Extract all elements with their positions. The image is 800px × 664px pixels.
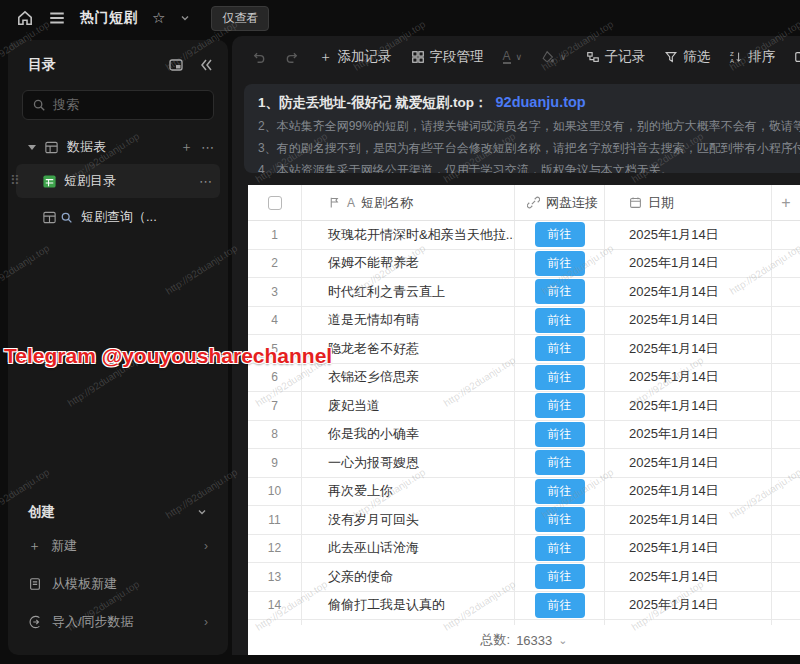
field-management-button[interactable]: 字段管理: [406, 44, 489, 70]
fields-icon: [411, 50, 425, 64]
table-row[interactable]: 12 此去巫山话沧海 前往 2025年1月14日: [248, 535, 800, 564]
more-icon[interactable]: ⋯: [199, 174, 212, 189]
cell-date[interactable]: 2025年1月14日: [605, 478, 772, 506]
cell-date[interactable]: 2025年1月14日: [605, 250, 772, 278]
sub-record-button[interactable]: 子记录: [581, 44, 651, 70]
cell-date[interactable]: 2025年1月14日: [605, 335, 772, 363]
go-button[interactable]: 前往: [535, 222, 585, 247]
table-row[interactable]: 6 衣锦还乡倍思亲 前往 2025年1月14日: [248, 364, 800, 393]
go-button[interactable]: 前往: [535, 308, 585, 333]
cell-drama-name[interactable]: 玫瑰花开情深时&相亲当天他拉...: [302, 221, 515, 249]
cell-drama-name[interactable]: 隐龙老爸不好惹: [302, 335, 515, 363]
cell-date[interactable]: 2025年1月14日: [605, 506, 772, 534]
go-button[interactable]: 前往: [535, 251, 585, 276]
column-header-date[interactable]: 日期: [648, 194, 674, 212]
go-button[interactable]: 前往: [535, 536, 585, 561]
go-button[interactable]: 前往: [535, 393, 585, 418]
table-row[interactable]: 10 再次爱上你 前往 2025年1月14日: [248, 478, 800, 507]
more-icon[interactable]: ⋯: [201, 140, 214, 155]
form-icon: [42, 210, 57, 225]
go-button[interactable]: 前往: [535, 336, 585, 361]
site-link[interactable]: 92duanju.top: [496, 94, 586, 110]
go-button[interactable]: 前往: [535, 479, 585, 504]
new-button[interactable]: ＋ 新建 ›: [22, 527, 214, 565]
sidebar-item-drama-query[interactable]: 短剧查询（...: [16, 200, 220, 234]
table-row[interactable]: 9 一心为报哥嫂恩 前往 2025年1月14日: [248, 449, 800, 478]
group-button[interactable]: 分组: [789, 44, 800, 70]
caret-down-icon[interactable]: [28, 145, 36, 150]
calendar-icon: [629, 196, 642, 209]
row-number: 8: [248, 421, 302, 449]
sort-button[interactable]: ZA 排序: [724, 44, 780, 70]
sidebar-item-datatables[interactable]: 数据表 ＋ ⋯: [8, 128, 228, 162]
menu-icon[interactable]: [48, 9, 66, 27]
cell-drama-name[interactable]: 你是我的小确幸: [302, 421, 515, 449]
cell-drama-name[interactable]: 时代红利之青云直上: [302, 278, 515, 306]
table-row[interactable]: 14 偷偷打工我是认真的 前往 2025年1月14日: [248, 592, 800, 621]
table-row[interactable]: 13 父亲的使命 前往 2025年1月14日: [248, 563, 800, 592]
cell-drama-name[interactable]: 父亲的使命: [302, 563, 515, 591]
collapse-sidebar-icon[interactable]: [198, 57, 214, 73]
sort-label: 排序: [748, 48, 775, 66]
cell-drama-name[interactable]: 此去巫山话沧海: [302, 535, 515, 563]
filter-button[interactable]: 筛选: [659, 44, 715, 70]
font-color-button[interactable]: A ∨: [498, 46, 528, 68]
column-header-link[interactable]: 网盘连接: [546, 194, 598, 212]
add-table-icon[interactable]: ＋: [180, 138, 193, 156]
drag-handle-icon[interactable]: ⠿: [10, 173, 20, 188]
go-button[interactable]: 前往: [535, 422, 585, 447]
cell-drama-name[interactable]: 衣锦还乡倍思亲: [302, 364, 515, 392]
fill-color-button[interactable]: ∨: [536, 46, 572, 68]
cell-drama-name[interactable]: 一心为报哥嫂恩: [302, 449, 515, 477]
go-button[interactable]: 前往: [535, 279, 585, 304]
cell-date[interactable]: 2025年1月14日: [605, 307, 772, 335]
cell-drama-name[interactable]: 没有岁月可回头: [302, 506, 515, 534]
table-row[interactable]: 3 时代红利之青云直上 前往 2025年1月14日: [248, 278, 800, 307]
cell-date[interactable]: 2025年1月14日: [605, 364, 772, 392]
table-row[interactable]: 1 玫瑰花开情深时&相亲当天他拉... 前往 2025年1月14日: [248, 221, 800, 250]
cell-drama-name[interactable]: 偷偷打工我是认真的: [302, 592, 515, 620]
chevron-down-icon[interactable]: [179, 12, 191, 24]
table-row[interactable]: 2 保姆不能帮养老 前往 2025年1月14日: [248, 250, 800, 279]
go-button[interactable]: 前往: [535, 564, 585, 589]
cell-drama-name[interactable]: 保姆不能帮养老: [302, 250, 515, 278]
new-from-template-button[interactable]: 从模板新建: [22, 565, 214, 603]
add-column-button[interactable]: +: [772, 185, 800, 220]
cell-date[interactable]: 2025年1月14日: [605, 592, 772, 620]
panel-toggle-icon[interactable]: [168, 57, 184, 73]
cell-drama-name[interactable]: 废妃当道: [302, 392, 515, 420]
svg-text:Z: Z: [730, 50, 734, 57]
import-sync-button[interactable]: 导入/同步数据 ›: [22, 603, 214, 641]
go-button[interactable]: 前往: [535, 507, 585, 532]
cell-drama-name[interactable]: 再次爱上你: [302, 478, 515, 506]
cell-date[interactable]: 2025年1月14日: [605, 563, 772, 591]
cell-date[interactable]: 2025年1月14日: [605, 392, 772, 420]
redo-button[interactable]: [280, 46, 305, 69]
cell-date[interactable]: 2025年1月14日: [605, 421, 772, 449]
create-section-header[interactable]: 创建: [22, 497, 214, 527]
home-icon[interactable]: [16, 9, 34, 27]
cell-date[interactable]: 2025年1月14日: [605, 278, 772, 306]
cell-date[interactable]: 2025年1月14日: [605, 535, 772, 563]
table-row[interactable]: 11 没有岁月可回头 前往 2025年1月14日: [248, 506, 800, 535]
table-row[interactable]: 5 隐龙老爸不好惹 前往 2025年1月14日: [248, 335, 800, 364]
go-button[interactable]: 前往: [535, 365, 585, 390]
sidebar-item-drama-list[interactable]: ⠿ 短剧目录 ⋯: [16, 164, 220, 198]
cell-drama-name[interactable]: 道是无情却有晴: [302, 307, 515, 335]
go-button[interactable]: 前往: [535, 593, 585, 618]
go-button[interactable]: 前往: [535, 450, 585, 475]
chevron-down-icon[interactable]: ⌄: [558, 634, 567, 647]
select-all-checkbox[interactable]: [268, 196, 282, 210]
cell-date[interactable]: 2025年1月14日: [605, 449, 772, 477]
cell-date[interactable]: 2025年1月14日: [605, 221, 772, 249]
table-row[interactable]: 8 你是我的小确幸 前往 2025年1月14日: [248, 421, 800, 450]
doc-title: 热门短剧: [80, 9, 138, 27]
total-value: 16333: [516, 633, 552, 648]
search-input[interactable]: 搜索: [22, 90, 214, 120]
column-header-name[interactable]: 短剧名称: [361, 194, 413, 212]
table-row[interactable]: 4 道是无情却有晴 前往 2025年1月14日: [248, 307, 800, 336]
star-icon[interactable]: ☆: [152, 9, 165, 27]
undo-button[interactable]: [246, 46, 271, 69]
table-row[interactable]: 7 废妃当道 前往 2025年1月14日: [248, 392, 800, 421]
add-record-button[interactable]: ＋ 添加记录: [314, 44, 397, 70]
